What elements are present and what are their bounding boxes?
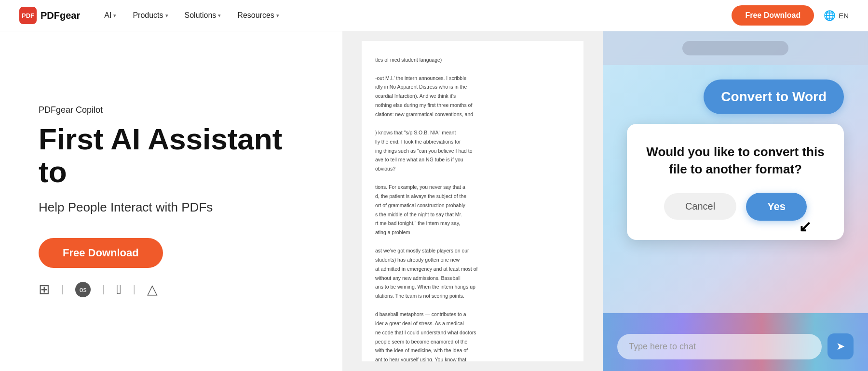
android-icon: △: [147, 281, 158, 297]
navbar-right: Free Download 🌐 EN: [732, 5, 849, 26]
pdf-text-content: tles of med student language) -out M.I.'…: [375, 55, 570, 361]
pdf-line-23: ulations. The team is not scoring points…: [375, 292, 570, 301]
chat-panel: Convert to Word Would you like to conver…: [603, 31, 868, 371]
chevron-down-icon: ▾: [113, 13, 116, 19]
platform-separator: |: [133, 284, 136, 295]
pdf-line-10: ave to tell me what an NG tube is if you: [375, 155, 570, 164]
dialog-buttons: Cancel Yes ↙: [644, 193, 827, 221]
pdf-line-20: at admitted in emergency and at least mo…: [375, 265, 570, 274]
pdf-line-18: ast we've got mostly stable players on o…: [375, 246, 570, 255]
hero-download-button[interactable]: Free Download: [39, 238, 163, 268]
logo[interactable]: PDF PDFgear: [19, 7, 80, 24]
pdf-document: tles of med student language) -out M.I.'…: [362, 41, 583, 361]
chat-top-blur: [603, 31, 868, 65]
chevron-down-icon: ▾: [276, 13, 279, 19]
nav-resources-label: Resources: [237, 11, 274, 20]
send-button[interactable]: ➤: [827, 333, 854, 359]
pdf-line-15: s the middle of the night to say that Mr…: [375, 210, 570, 219]
macos-icon: os: [75, 282, 91, 297]
pdf-line-2: -out M.I.' the intern announces. I scrib…: [375, 74, 570, 83]
cancel-button[interactable]: Cancel: [664, 193, 736, 220]
pdf-line-28: with the idea of medicine, with the idea…: [375, 346, 570, 355]
logo-text: PDFgear: [41, 10, 80, 21]
pdf-line-27: people seem to become enamored of the: [375, 337, 570, 346]
nav-ai-label: AI: [104, 11, 111, 20]
lang-selector[interactable]: 🌐 EN: [824, 10, 849, 21]
nav-item-solutions[interactable]: Solutions ▾: [178, 7, 228, 24]
hero-subtitle: Help People Interact with PDFs: [39, 200, 304, 215]
pdf-line-25: ider a great deal of stress. As a medica…: [375, 319, 570, 328]
pdf-line-17: ating a problem: [375, 228, 570, 237]
cursor-icon: ↙: [799, 219, 812, 234]
nav-item-ai[interactable]: AI ▾: [97, 7, 123, 24]
pdf-line-21: without any new admissions. Baseball: [375, 274, 570, 283]
globe-icon: 🌐: [824, 10, 836, 21]
pdf-line-7: ) knows that "s/p S.O.B. N/A" meant: [375, 128, 570, 137]
yes-button[interactable]: Yes ↙: [746, 193, 807, 221]
hero-title: First AI Assistant to: [39, 123, 304, 188]
pdf-line-12: tions. For example, you never say that a: [375, 183, 570, 192]
chevron-down-icon: ▾: [165, 13, 168, 19]
windows-icon: ⊞: [39, 281, 50, 297]
nav-item-resources[interactable]: Resources ▾: [231, 7, 285, 24]
nav-solutions-label: Solutions: [185, 11, 217, 20]
pdf-line-9: ing things such as "can you believe I ha…: [375, 146, 570, 156]
pdf-preview-panel: tles of med student language) -out M.I.'…: [342, 31, 603, 371]
logo-icon: PDF: [19, 7, 37, 24]
chat-input-area: Type here to chat ➤: [603, 324, 868, 371]
send-icon: ➤: [836, 340, 845, 353]
pdf-line-24: d baseball metaphors — contributes to a: [375, 310, 570, 319]
chat-messages-area: Convert to Word Would you like to conver…: [603, 65, 868, 324]
left-panel: PDFgear Copilot First AI Assistant to He…: [0, 31, 342, 371]
pdf-line-13: d, the patient is always the subject of …: [375, 192, 570, 201]
chat-input[interactable]: Type here to chat: [617, 334, 822, 359]
pdf-line-8: lly the end. I took the abbreviations fo…: [375, 137, 570, 146]
navbar-left: PDF PDFgear AI ▾ Products ▾ Solutions ▾ …: [19, 7, 286, 24]
pdf-line-4: ocardial Infarction). And we think it's: [375, 92, 570, 101]
copilot-label: PDFgear Copilot: [39, 105, 304, 115]
pdf-line-3: idly in No Apparent Distress who is in t…: [375, 82, 570, 92]
pdf-line-1: tles of med student language): [375, 55, 570, 65]
free-download-button[interactable]: Free Download: [732, 5, 814, 26]
pdf-line-19: students) has already gotten one new: [375, 255, 570, 265]
blur-placeholder: [682, 41, 788, 55]
main-content: PDFgear Copilot First AI Assistant to He…: [0, 31, 868, 371]
apple-icon: : [116, 282, 121, 297]
lang-label: EN: [839, 12, 849, 20]
platform-separator: |: [61, 284, 64, 295]
yes-label: Yes: [767, 200, 786, 212]
pdf-line-14: ort of grammatical construction probably: [375, 201, 570, 210]
chevron-down-icon: ▾: [218, 13, 221, 19]
pdf-line-11: obvious?: [375, 164, 570, 173]
pdf-line-5: nothing else during my first three month…: [375, 101, 570, 110]
platform-icons: ⊞ | os |  | △: [39, 281, 304, 297]
pdf-line-29: ant to hear yourself using. You know tha…: [375, 355, 570, 361]
chat-input-placeholder: Type here to chat: [629, 342, 696, 351]
nav-items: AI ▾ Products ▾ Solutions ▾ Resources ▾: [97, 7, 286, 24]
navbar: PDF PDFgear AI ▾ Products ▾ Solutions ▾ …: [0, 0, 868, 31]
pdf-line-26: ne code that I could understand what doc…: [375, 328, 570, 337]
convert-to-word-message: Convert to Word: [704, 80, 844, 114]
convert-dialog: Would you like to convert this file to a…: [627, 124, 844, 240]
pdf-line-16: rt me bad tonight," the intern may say,: [375, 219, 570, 228]
dialog-question: Would you like to convert this file to a…: [644, 143, 827, 178]
pdf-line-6: ciations: new grammatical conventions, a…: [375, 110, 570, 119]
platform-separator: |: [102, 284, 105, 295]
pdf-line-22: ans to be winning. When the intern hangs…: [375, 282, 570, 292]
nav-products-label: Products: [133, 11, 163, 20]
nav-item-products[interactable]: Products ▾: [126, 7, 175, 24]
